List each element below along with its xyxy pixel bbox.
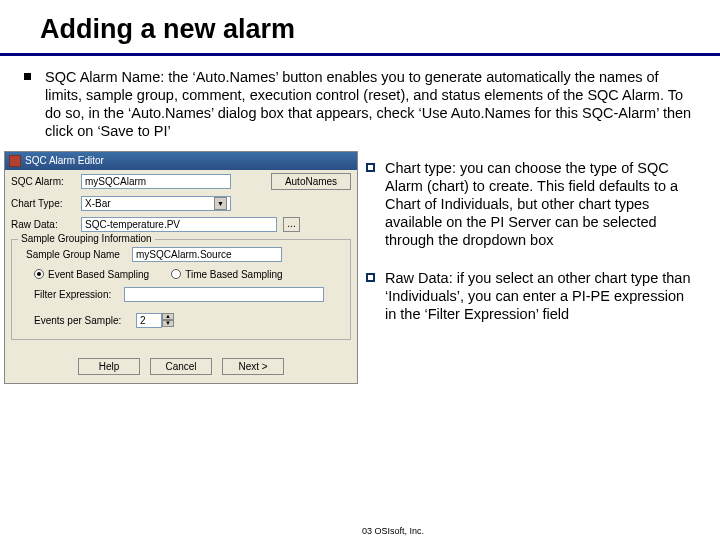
events-per-sample-value: 2 xyxy=(136,313,162,328)
browse-button[interactable]: ... xyxy=(283,217,300,232)
next-button[interactable]: Next > xyxy=(222,358,284,375)
sub-bullet: Chart type: you can choose the type of S… xyxy=(366,159,698,250)
autonames-button[interactable]: AutoNames xyxy=(271,173,351,190)
sqc-alarm-editor-window: SQC Alarm Editor SQC Alarm: mySQCAlarm A… xyxy=(4,151,358,384)
radio-time-label: Time Based Sampling xyxy=(185,269,282,280)
sub-bullet-text: Chart type: you can choose the type of S… xyxy=(385,159,698,250)
sample-group-input[interactable]: mySQCAlarm.Source xyxy=(132,247,282,262)
radio-event-label: Event Based Sampling xyxy=(48,269,149,280)
chevron-down-icon: ▼ xyxy=(214,197,227,210)
sqc-alarm-input[interactable]: mySQCAlarm xyxy=(81,174,231,189)
sub-bullet: Raw Data: if you select an other chart t… xyxy=(366,269,698,323)
window-titlebar[interactable]: SQC Alarm Editor xyxy=(5,152,357,170)
radio-icon xyxy=(171,269,181,279)
events-per-sample-stepper[interactable]: 2 ▲ ▼ xyxy=(136,313,174,328)
filter-expression-input[interactable] xyxy=(124,287,324,302)
square-bullet-icon xyxy=(366,163,375,172)
cancel-button[interactable]: Cancel xyxy=(150,358,212,375)
sample-group-label: Sample Group Name xyxy=(26,249,126,260)
sqc-alarm-label: SQC Alarm: xyxy=(11,176,75,187)
radio-icon xyxy=(34,269,44,279)
sub-bullet-text: Raw Data: if you select an other chart t… xyxy=(385,269,698,323)
filter-expression-label: Filter Expression: xyxy=(34,289,118,300)
raw-data-input[interactable]: SQC-temperature.PV xyxy=(81,217,277,232)
window-title: SQC Alarm Editor xyxy=(25,155,104,166)
event-based-radio[interactable]: Event Based Sampling xyxy=(34,269,149,280)
spinner-up-icon[interactable]: ▲ xyxy=(162,313,174,320)
events-per-sample-label: Events per Sample: xyxy=(34,315,130,326)
chart-type-select[interactable]: X-Bar ▼ xyxy=(81,196,231,211)
group-title: Sample Grouping Information xyxy=(18,233,155,244)
main-bullet: SQC Alarm Name: the ‘Auto.Names’ button … xyxy=(0,56,720,151)
copyright-text: 03 OSIsoft, Inc. xyxy=(362,526,424,536)
slide-title: Adding a new alarm xyxy=(0,0,720,53)
spinner-down-icon[interactable]: ▼ xyxy=(162,320,174,327)
chart-type-label: Chart Type: xyxy=(11,198,75,209)
bullet-dot-icon xyxy=(24,73,31,80)
square-bullet-icon xyxy=(366,273,375,282)
main-bullet-text: SQC Alarm Name: the ‘Auto.Names’ button … xyxy=(45,68,696,141)
help-button[interactable]: Help xyxy=(78,358,140,375)
sample-grouping-group: Sample Grouping Information Sample Group… xyxy=(11,239,351,340)
app-icon xyxy=(9,155,21,167)
time-based-radio[interactable]: Time Based Sampling xyxy=(171,269,282,280)
chart-type-value: X-Bar xyxy=(85,198,111,209)
raw-data-label: Raw Data: xyxy=(11,219,75,230)
